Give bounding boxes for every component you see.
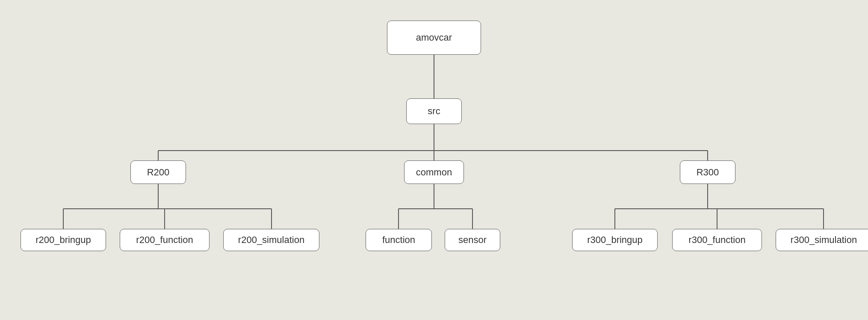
node-r200: R200 <box>130 160 186 184</box>
node-r200-function: r200_function <box>120 229 210 251</box>
node-r200-function-label: r200_function <box>136 234 193 246</box>
node-r200-bringup-label: r200_bringup <box>35 234 91 246</box>
tree-diagram: amovcar src R200 common R300 r200_bringu… <box>0 0 868 320</box>
node-amovcar-label: amovcar <box>416 32 452 43</box>
node-r300: R300 <box>680 160 735 184</box>
node-function-label: function <box>382 234 415 246</box>
node-r200-simulation-label: r200_simulation <box>238 234 304 246</box>
node-r200-bringup: r200_bringup <box>21 229 106 251</box>
node-sensor: sensor <box>445 229 500 251</box>
node-src: src <box>406 98 462 124</box>
node-r200-simulation: r200_simulation <box>223 229 319 251</box>
node-r300-label: R300 <box>697 167 719 178</box>
node-src-label: src <box>428 106 440 117</box>
node-r300-bringup: r300_bringup <box>572 229 658 251</box>
node-amovcar: amovcar <box>387 21 481 55</box>
node-r300-function-label: r300_function <box>688 234 745 246</box>
node-sensor-label: sensor <box>458 234 487 246</box>
node-common-label: common <box>416 167 452 178</box>
node-r200-label: R200 <box>147 167 170 178</box>
node-r300-function: r300_function <box>672 229 762 251</box>
node-r300-bringup-label: r300_bringup <box>587 234 643 246</box>
node-r300-simulation-label: r300_simulation <box>791 234 857 246</box>
node-function: function <box>366 229 432 251</box>
node-common: common <box>404 160 464 184</box>
node-r300-simulation: r300_simulation <box>776 229 868 251</box>
